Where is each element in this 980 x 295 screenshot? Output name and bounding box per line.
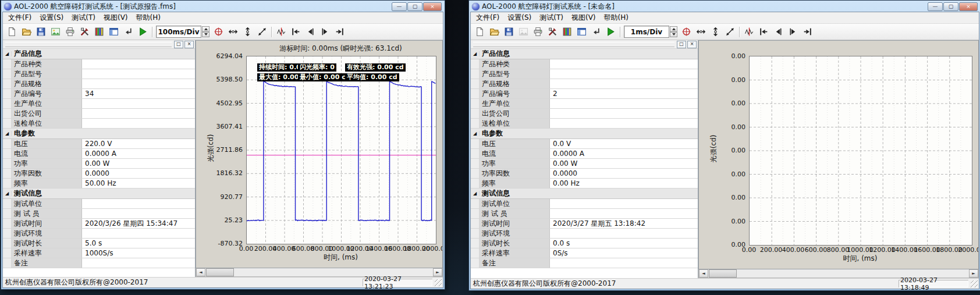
cursor-step-right-icon[interactable] (318, 25, 332, 39)
property-value[interactable]: 0.0000 (82, 169, 195, 178)
new-file-icon[interactable] (473, 25, 487, 39)
property-group-header[interactable]: ◢测试信息 (471, 189, 698, 199)
pane-close-button[interactable]: × (687, 41, 697, 48)
property-value[interactable] (82, 79, 195, 88)
cursor-step-right-icon[interactable] (786, 25, 800, 39)
cursor-step-left-icon[interactable] (771, 25, 785, 39)
resize-grip[interactable] (435, 279, 442, 286)
start-test-icon[interactable] (136, 25, 150, 39)
pane-grip[interactable] (473, 42, 674, 47)
scroll-left-button[interactable]: ◄ (196, 268, 205, 276)
cursor-to-end-icon[interactable] (800, 25, 814, 39)
color-scale-icon[interactable] (92, 25, 106, 39)
property-value[interactable] (550, 209, 698, 218)
property-value[interactable]: 50.00 Hz (82, 179, 195, 188)
menu-settings[interactable]: 设置(S) (36, 12, 67, 23)
maximize-button[interactable]: ▢ (407, 2, 422, 11)
scroll-thumb[interactable] (206, 268, 234, 276)
property-value[interactable]: 220.0 V (82, 139, 195, 148)
scroll-left-button[interactable]: ◄ (699, 269, 708, 278)
new-file-icon[interactable] (5, 25, 19, 39)
color-scale-icon[interactable] (560, 25, 574, 39)
scroll-right-button[interactable]: ► (433, 268, 442, 276)
close-button[interactable]: × (423, 2, 442, 11)
property-value[interactable]: 0.00 W (550, 159, 698, 168)
pan-vertical-icon[interactable] (240, 25, 254, 39)
property-value[interactable] (82, 209, 195, 218)
pane-float-button[interactable]: □ (677, 41, 686, 48)
chart-panel[interactable]: 持续时间: 0.00ms闪光频率: 0有效光强: 0.00 cd最大值: 0.0… (196, 40, 443, 268)
scroll-thumb[interactable] (709, 269, 737, 278)
property-value[interactable] (82, 69, 195, 79)
property-value[interactable]: 0.0000 (550, 169, 698, 178)
window-layout-icon[interactable] (106, 25, 120, 39)
property-value[interactable] (550, 59, 698, 69)
pan-horizontal-icon[interactable] (694, 25, 708, 39)
menu-help[interactable]: 帮助(H) (601, 12, 632, 23)
property-value[interactable]: 0.00 W (82, 159, 195, 168)
property-value[interactable]: 0.00 Hz (550, 179, 698, 188)
menu-view[interactable]: 视图(V) (568, 12, 599, 23)
cursor-step-left-icon[interactable] (303, 25, 317, 39)
pan-horizontal-icon[interactable] (226, 25, 240, 39)
test-settings-icon[interactable] (77, 25, 91, 39)
property-value[interactable] (550, 109, 698, 118)
zoom-fit-icon[interactable] (723, 25, 737, 39)
cursor-waveform-icon[interactable] (274, 25, 288, 39)
timebase-spin-down-button[interactable] (670, 32, 677, 38)
chart-panel[interactable]: 光强(cd)0.000.000.000.000.000.000.000.000.… (698, 40, 979, 269)
property-value[interactable]: 34 (82, 89, 195, 98)
property-value[interactable] (550, 199, 698, 208)
plot-area[interactable] (749, 56, 972, 246)
print-icon[interactable] (531, 25, 545, 39)
open-file-icon[interactable] (19, 25, 33, 39)
property-value[interactable]: 2020/3/26 星期四 15:34:47 (82, 219, 195, 228)
cursor-waveform-icon[interactable] (742, 25, 756, 39)
property-value[interactable] (550, 229, 698, 238)
open-file-icon[interactable] (487, 25, 501, 39)
cursor-to-start-icon[interactable] (289, 25, 303, 39)
scroll-right-button[interactable]: ► (969, 269, 978, 278)
menu-file[interactable]: 文件(F) (5, 12, 35, 23)
maximize-button[interactable]: ▢ (943, 2, 958, 11)
menu-help[interactable]: 帮助(H) (133, 12, 164, 23)
menu-view[interactable]: 视图(V) (100, 12, 132, 23)
group-expander-icon[interactable]: ◢ (471, 131, 480, 136)
zoom-cursor-icon[interactable] (679, 25, 693, 39)
property-group-header[interactable]: ◢产品信息 (471, 49, 698, 59)
property-value[interactable]: 5.0 s (82, 239, 195, 248)
property-value[interactable] (550, 258, 698, 268)
curved-arrow-icon[interactable] (589, 25, 603, 39)
timebase-spin-up-button[interactable] (202, 26, 210, 32)
property-value[interactable] (550, 69, 698, 79)
property-value[interactable] (82, 59, 195, 69)
property-group-header[interactable]: ◢电参数 (471, 129, 698, 139)
property-value[interactable]: 0.0000 A (550, 149, 698, 158)
window-layout-icon[interactable] (574, 25, 588, 39)
group-expander-icon[interactable]: ◢ (471, 191, 480, 196)
property-value[interactable]: 0.0 V (550, 139, 698, 148)
property-value[interactable]: 2 (550, 89, 698, 98)
plot-area[interactable]: 持续时间: 0.00ms闪光频率: 0有效光强: 0.00 cd最大值: 0.0… (246, 56, 436, 244)
property-value[interactable]: 1000S/s (82, 248, 195, 258)
close-button[interactable]: × (959, 2, 978, 11)
pan-vertical-icon[interactable] (708, 25, 722, 39)
titlebar[interactable]: AOL-2000 航空障碍灯测试系统 - [未命名] — ▢ × (470, 2, 979, 12)
titlebar[interactable]: AOL-2000 航空障碍灯测试系统 - [测试原报告.fms] — ▢ × (2, 2, 443, 12)
property-value[interactable]: 0.0 s (550, 239, 698, 248)
menu-settings[interactable]: 设置(S) (504, 12, 535, 23)
zoom-cursor-icon[interactable] (211, 25, 225, 39)
property-value[interactable] (550, 119, 698, 128)
menu-test[interactable]: 测试(T) (68, 12, 99, 23)
timebase-spin-up-button[interactable] (670, 26, 677, 32)
property-group-header[interactable]: ◢产品信息 (3, 49, 195, 59)
test-settings-icon[interactable] (545, 25, 559, 39)
save-file-icon[interactable] (34, 25, 48, 39)
property-value[interactable] (82, 229, 195, 238)
menu-test[interactable]: 测试(T) (536, 12, 567, 23)
property-value[interactable] (550, 79, 698, 88)
property-value[interactable]: 2020/3/27 星期五 13:18:42 (550, 219, 698, 228)
menu-file[interactable]: 文件(F) (473, 12, 503, 23)
property-group-header[interactable]: ◢测试信息 (3, 189, 195, 199)
pane-float-button[interactable]: □ (174, 41, 183, 48)
